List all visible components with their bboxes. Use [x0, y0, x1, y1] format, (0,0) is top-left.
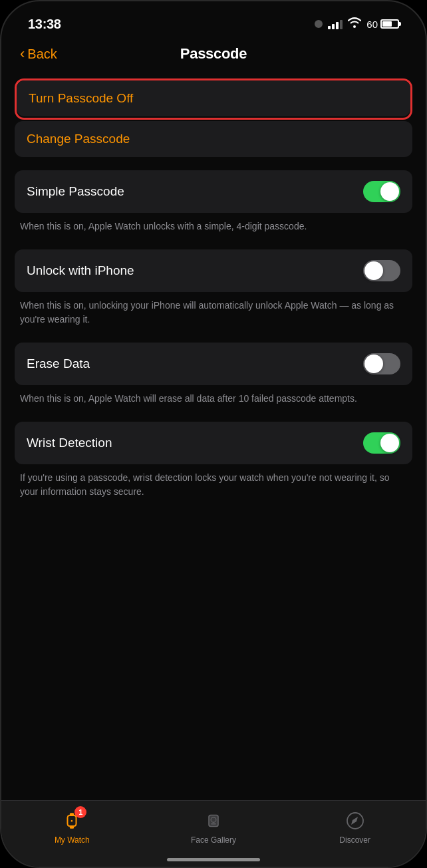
- erase-data-section: Erase Data When this is on, Apple Watch …: [15, 343, 412, 406]
- status-bar: 13:38 60: [1, 1, 426, 37]
- tab-bar: ● 1 My Watch Face Gallery: [1, 800, 426, 867]
- wifi-icon: [348, 17, 361, 31]
- discover-tab-label: Discover: [339, 835, 370, 845]
- status-time: 13:38: [28, 17, 61, 32]
- status-icons: 60: [315, 17, 399, 31]
- wrist-detection-section: Wrist Detection If you're using a passco…: [15, 422, 412, 499]
- unlock-iphone-toggle[interactable]: [363, 260, 400, 281]
- simple-passcode-row: Simple Passcode: [15, 170, 412, 213]
- face-gallery-icon-wrap: [202, 809, 225, 833]
- back-label: Back: [27, 47, 57, 62]
- change-passcode-row: Change Passcode: [15, 121, 412, 157]
- tab-my-watch[interactable]: ● 1 My Watch: [1, 809, 143, 845]
- simple-passcode-section: Simple Passcode When this is on, Apple W…: [15, 170, 412, 233]
- passcode-actions-group: Turn Passcode Off Change Passcode: [15, 78, 412, 157]
- turn-passcode-off-highlight: Turn Passcode Off: [15, 78, 412, 120]
- nav-bar: ‹ Back Passcode: [1, 40, 426, 68]
- wrist-detection-label: Wrist Detection: [27, 436, 112, 450]
- home-indicator: [167, 858, 260, 861]
- erase-data-toggle[interactable]: [363, 353, 400, 374]
- simple-passcode-item[interactable]: Simple Passcode: [15, 170, 412, 213]
- content-area: Turn Passcode Off Change Passcode Simple…: [1, 68, 426, 499]
- svg-marker-10: [351, 817, 358, 825]
- svg-rect-2: [70, 813, 74, 815]
- my-watch-tab-label: My Watch: [55, 835, 90, 845]
- back-chevron-icon: ‹: [20, 47, 25, 61]
- simple-passcode-label: Simple Passcode: [27, 184, 124, 199]
- wrist-detection-row: Wrist Detection: [15, 422, 412, 464]
- back-button[interactable]: ‹ Back: [20, 47, 57, 62]
- erase-data-item[interactable]: Erase Data: [15, 343, 412, 385]
- simple-passcode-description: When this is on, Apple Watch unlocks wit…: [15, 214, 412, 233]
- simple-passcode-toggle[interactable]: [363, 181, 400, 202]
- turn-passcode-off-row: Turn Passcode Off: [17, 80, 410, 116]
- erase-data-label: Erase Data: [27, 357, 90, 371]
- my-watch-badge: 1: [74, 806, 86, 818]
- unlock-iphone-row: Unlock with iPhone: [15, 249, 412, 292]
- unlock-iphone-description: When this is on, unlocking your iPhone w…: [15, 293, 412, 327]
- phone-frame: 13:38 60 ‹ Back Passcode: [0, 0, 427, 868]
- tab-face-gallery[interactable]: Face Gallery: [143, 809, 285, 845]
- face-gallery-icon: [204, 811, 223, 830]
- change-passcode-item[interactable]: Change Passcode: [15, 121, 412, 157]
- dot-icon: [315, 20, 323, 28]
- battery-icon: [380, 19, 399, 29]
- turn-passcode-off-label: Turn Passcode Off: [29, 91, 133, 106]
- battery-level: 60: [366, 19, 378, 30]
- change-passcode-label: Change Passcode: [27, 132, 130, 146]
- unlock-iphone-item[interactable]: Unlock with iPhone: [15, 249, 412, 292]
- battery-indicator: 60: [366, 19, 399, 30]
- svg-text:●: ●: [71, 818, 73, 823]
- erase-data-description: When this is on, Apple Watch will erase …: [15, 386, 412, 406]
- unlock-iphone-label: Unlock with iPhone: [27, 263, 134, 278]
- unlock-iphone-section: Unlock with iPhone When this is on, unlo…: [15, 249, 412, 327]
- tab-discover[interactable]: Discover: [284, 809, 426, 845]
- erase-data-row: Erase Data: [15, 343, 412, 385]
- wrist-detection-description: If you're using a passcode, wrist detect…: [15, 466, 412, 499]
- face-gallery-tab-label: Face Gallery: [191, 835, 236, 845]
- wrist-detection-item[interactable]: Wrist Detection: [15, 422, 412, 464]
- wrist-detection-toggle[interactable]: [363, 432, 400, 454]
- svg-rect-8: [211, 823, 216, 825]
- discover-icon: [346, 811, 364, 830]
- page-title: Passcode: [180, 45, 247, 63]
- my-watch-icon-wrap: ● 1: [60, 809, 84, 833]
- svg-rect-3: [70, 826, 74, 829]
- discover-icon-wrap: [343, 809, 367, 833]
- signal-bars-icon: [328, 19, 343, 29]
- turn-passcode-off-item[interactable]: Turn Passcode Off: [17, 80, 410, 116]
